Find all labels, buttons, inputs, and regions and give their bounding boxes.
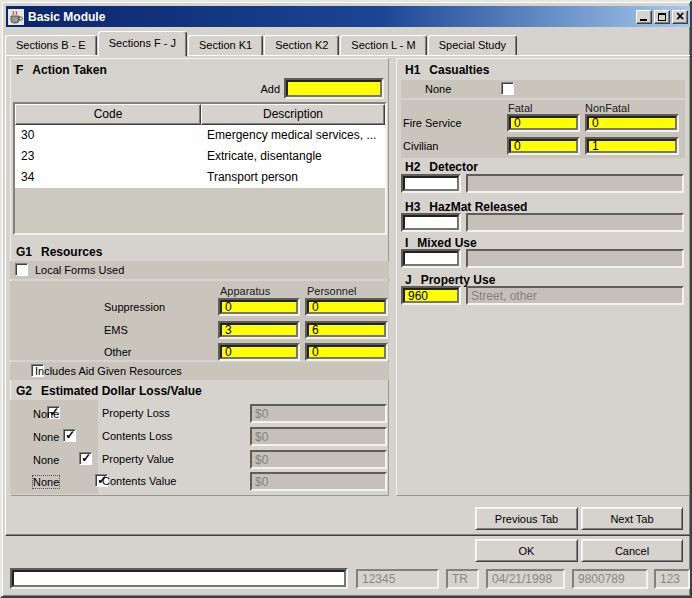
property-value-label: Property Value <box>102 453 174 465</box>
ems-apparatus-wrap <box>218 321 300 339</box>
property-loss-label: Property Loss <box>102 407 170 419</box>
tab-sections-b-e[interactable]: Sections B - E <box>5 35 97 56</box>
hazmat-code-input[interactable] <box>403 215 459 230</box>
suppression-personnel-wrap <box>305 298 388 316</box>
fire-service-nonfatal-input[interactable] <box>587 116 677 130</box>
hazmat-description-field <box>466 213 684 232</box>
civilian-nonfatal-input[interactable] <box>587 139 677 153</box>
fire-service-fatal-input[interactable] <box>509 116 578 130</box>
mixed-use-code-input[interactable] <box>403 251 459 266</box>
ems-personnel-input[interactable] <box>307 323 386 337</box>
suppression-apparatus-wrap <box>218 298 300 316</box>
previous-tab-button[interactable]: Previous Tab <box>475 507 578 530</box>
property-use-code-input[interactable] <box>403 288 459 303</box>
tab-sections-f-j[interactable]: Sections F - J <box>98 31 187 57</box>
ok-button[interactable]: OK <box>475 539 578 562</box>
action-taken-add-field-wrap <box>284 78 384 99</box>
fire-service-fatal-wrap <box>507 114 580 132</box>
fatal-column-header: Fatal <box>508 102 532 114</box>
property-value-field: $0 <box>250 450 387 469</box>
section-f-header: FAction Taken <box>16 63 107 77</box>
maximize-icon <box>658 13 666 21</box>
ems-apparatus-input[interactable] <box>220 323 298 337</box>
contents-value-field: $0 <box>250 472 387 491</box>
section-h2-header: H2Detector <box>405 160 478 174</box>
civilian-nonfatal-wrap <box>585 137 679 155</box>
status-note-wrap <box>10 568 348 589</box>
section-g1-header: G1Resources <box>16 245 102 259</box>
property-loss-none-label: None <box>33 408 59 420</box>
section-h3-header: H3HazMat Released <box>405 200 527 214</box>
includes-aid-given-resources-label: Includes Aid Given Resources <box>35 365 182 377</box>
other-personnel-input[interactable] <box>307 345 386 359</box>
casualties-none-checkbox[interactable] <box>501 82 514 95</box>
tab-section-k1[interactable]: Section K1 <box>188 35 263 56</box>
table-row[interactable]: 30 Emergency medical services, ... <box>15 125 385 146</box>
civilian-label: Civilian <box>403 140 438 152</box>
apparatus-column-header: Apparatus <box>220 285 270 297</box>
action-taken-table: Code Description 30 Emergency medical se… <box>13 102 387 235</box>
personnel-column-header: Personnel <box>307 285 357 297</box>
action-taken-add-input[interactable] <box>286 80 382 97</box>
tab-section-l-m[interactable]: Section L - M <box>340 35 426 56</box>
local-forms-used-label: Local Forms Used <box>35 264 124 276</box>
contents-loss-none-checkbox[interactable] <box>63 429 76 442</box>
ems-personnel-wrap <box>305 321 388 339</box>
tab-section-k2[interactable]: Section K2 <box>264 35 339 56</box>
basic-module-window: Basic Module Sections B - E Sections F -… <box>0 0 692 598</box>
detector-code-input[interactable] <box>403 176 459 191</box>
section-j-header: JProperty Use <box>405 273 495 287</box>
contents-value-label: Contents Value <box>102 475 176 487</box>
other-label: Other <box>104 346 132 358</box>
title-bar: Basic Module <box>6 6 690 27</box>
cancel-button[interactable]: Cancel <box>581 539 683 562</box>
tab-special-study[interactable]: Special Study <box>428 35 517 56</box>
column-header-code[interactable]: Code <box>15 104 201 125</box>
detector-code-wrap <box>401 174 461 193</box>
civilian-fatal-input[interactable] <box>509 139 578 153</box>
civilian-fatal-wrap <box>507 137 580 155</box>
status-field-exposure: 123 <box>654 569 690 589</box>
close-button[interactable] <box>672 10 688 24</box>
casualties-none-label: None <box>425 83 451 95</box>
contents-value-none-label: None <box>33 476 59 488</box>
tab-strip: Sections B - E Sections F - J Section K1… <box>5 30 518 56</box>
suppression-personnel-input[interactable] <box>307 300 386 314</box>
next-tab-button[interactable]: Next Tab <box>581 507 683 530</box>
status-field-fdid: 12345 <box>356 569 439 589</box>
section-i-header: IMixed Use <box>405 236 477 250</box>
other-apparatus-input[interactable] <box>220 345 298 359</box>
suppression-apparatus-input[interactable] <box>220 300 298 314</box>
table-row[interactable]: 34 Transport person <box>15 167 385 188</box>
contents-loss-label: Contents Loss <box>102 430 172 442</box>
property-value-none-label: None <box>33 454 59 466</box>
nonfatal-column-header: NonFatal <box>585 102 630 114</box>
app-icon[interactable] <box>8 9 24 25</box>
contents-loss-none-label: None <box>33 431 59 443</box>
fire-service-nonfatal-wrap <box>585 114 679 132</box>
status-field-state: TR <box>446 569 479 589</box>
property-value-none-checkbox[interactable] <box>79 452 92 465</box>
column-header-description[interactable]: Description <box>201 104 385 125</box>
local-forms-used-checkbox[interactable] <box>15 263 28 276</box>
add-label: Add <box>212 83 280 95</box>
property-use-code-wrap <box>401 286 461 305</box>
maximize-button[interactable] <box>654 10 670 24</box>
status-note-input[interactable] <box>12 570 346 587</box>
minimize-icon <box>640 19 647 21</box>
detector-description-field <box>466 174 684 193</box>
window-title: Basic Module <box>28 10 634 24</box>
mixed-use-description-field <box>466 249 684 268</box>
action-taken-table-header: Code Description <box>15 104 385 125</box>
table-row[interactable]: 23 Extricate, disentangle <box>15 146 385 167</box>
section-h1-header: H1Casualties <box>405 63 489 77</box>
section-g2-header: G2Estimated Dollar Loss/Value <box>16 384 202 398</box>
contents-loss-field: $0 <box>250 427 387 446</box>
fire-service-label: Fire Service <box>403 117 462 129</box>
status-field-date: 04/21/1998 <box>486 569 565 589</box>
property-loss-field: $0 <box>250 404 387 423</box>
status-field-incident-number: 9800789 <box>572 569 648 589</box>
minimize-button[interactable] <box>636 10 652 24</box>
mixed-use-code-wrap <box>401 249 461 268</box>
suppression-label: Suppression <box>104 301 165 313</box>
